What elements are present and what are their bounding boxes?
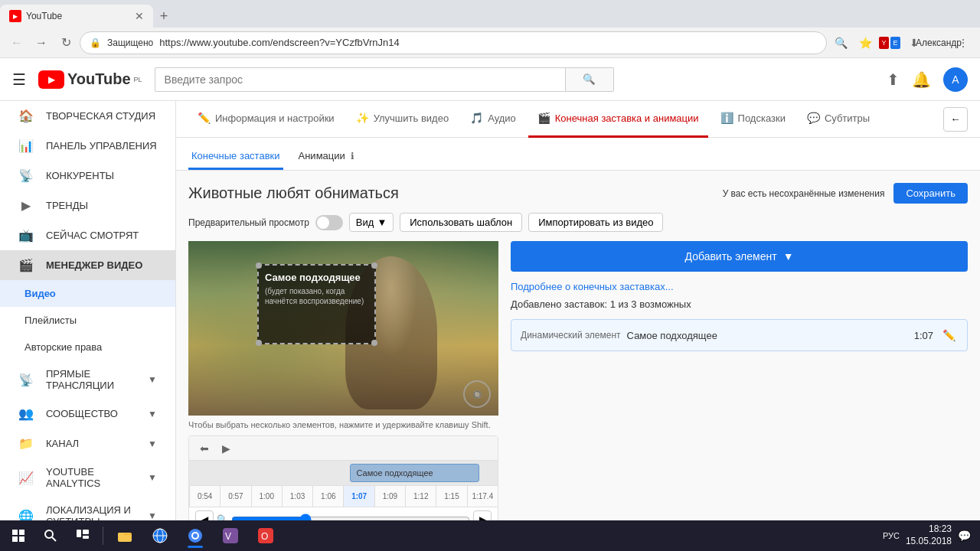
save-button[interactable]: Сохранить (893, 183, 968, 204)
sidebar-item-competitors[interactable]: 📡 КОНКУРЕНТЫ (0, 161, 175, 191)
tab-cards-label: Подсказки (738, 112, 786, 124)
refresh-button[interactable]: ↻ (55, 32, 77, 54)
menu-icon[interactable]: ⋮ (952, 32, 974, 54)
sidebar-item-channel[interactable]: 📁 КАНАЛ ▼ (0, 429, 175, 458)
taskbar-search-button[interactable] (35, 522, 66, 549)
tab-audio[interactable]: 🎵 Аудио (461, 101, 525, 138)
forward-button[interactable]: → (31, 32, 52, 54)
main-layout: 🏠 ТВОРЧЕСКАЯ СТУДИЯ 📊 ПАНЕЛЬ УПРАВЛЕНИЯ … (0, 101, 980, 551)
add-element-button[interactable]: Добавить элемент ▼ (511, 241, 968, 272)
tick-107[interactable]: 1:07 (343, 486, 374, 507)
sidebar-item-studio[interactable]: 🏠 ТВОРЧЕСКАЯ СТУДИЯ (0, 101, 175, 131)
taskbar-file-explorer[interactable] (108, 522, 142, 549)
timeline: ⬅ ▶ Самое подходящее 0:54 0:57 1:00 (188, 435, 498, 533)
security-icon: 🔒 (90, 37, 101, 48)
selection-hint: Чтобы выбрать несколько элементов, нажми… (188, 420, 498, 429)
svg-text:V: V (225, 531, 231, 542)
sidebar-item-analytics[interactable]: 📈 YOUTUBE ANALYTICS ▼ (0, 458, 175, 497)
watermark-logo: 🔘 (463, 380, 491, 408)
preview-toggle[interactable] (315, 215, 343, 230)
overlay-element-box[interactable]: Самое подходящее (будет показано, когда … (257, 264, 376, 344)
search-browser-icon[interactable]: 🔍 (830, 32, 851, 54)
tick-054: 0:54 (189, 486, 220, 507)
taskbar-browser[interactable] (143, 522, 177, 549)
taskbar-time-display: 18:23 (906, 523, 952, 536)
search-button[interactable]: 🔍 (565, 67, 614, 92)
timeline-play-button[interactable]: ▶ (217, 439, 235, 458)
sidebar-item-playlists[interactable]: Плейлисты (0, 307, 175, 334)
sidebar-item-copyright[interactable]: Авторские права (0, 334, 175, 360)
sidebar-label-videos: Видео (24, 288, 56, 299)
tab-close-button[interactable]: ✕ (135, 10, 144, 22)
upload-icon[interactable]: ⬆ (887, 70, 900, 89)
sidebar-label-channel: КАНАЛ (46, 438, 79, 449)
competitors-icon: 📡 (18, 168, 34, 183)
taskbar-separator-1 (103, 527, 103, 545)
taskbar-app-red[interactable]: O (249, 522, 283, 549)
sidebar-item-live[interactable]: 📡 ПРЯМЫЕ ТРАНСЛЯЦИИ ▼ (0, 360, 175, 399)
sidebar-label-trends: ТРЕНДЫ (46, 200, 88, 211)
resize-handle-bl[interactable] (256, 340, 262, 346)
sidebar-item-trends[interactable]: ▶ ТРЕНДЫ (0, 191, 175, 220)
overlay-subtitle: (будет показано, когда начнётся воспроиз… (265, 286, 368, 306)
svg-rect-0 (12, 530, 18, 535)
back-to-manager-button[interactable]: ← (943, 107, 968, 132)
tick-106: 1:06 (312, 486, 343, 507)
import-from-video-button[interactable]: Импортировать из видео (528, 213, 663, 232)
sidebar-item-watching[interactable]: 📺 СЕЙЧАС СМОТРЯТ (0, 220, 175, 250)
resize-handle-tr[interactable] (371, 262, 377, 269)
taskbar-chrome[interactable] (178, 522, 212, 549)
sidebar-label-video-manager: МЕНЕДЖЕР ВИДЕО (46, 259, 142, 271)
element-item: Динамический элемент Самое подходящее 1:… (511, 319, 968, 351)
element-type-label: Динамический элемент (521, 330, 621, 341)
timeline-ruler: 0:54 0:57 1:00 1:03 1:06 1:07 1:09 1:12 … (189, 485, 498, 507)
timeline-element[interactable]: Самое подходящее (350, 464, 479, 482)
address-bar[interactable]: 🔒 Защищено https://www.youtube.com/endsc… (80, 31, 827, 54)
extensions-icon[interactable]: Y E (879, 32, 900, 54)
user-avatar[interactable]: А (943, 67, 968, 92)
taskbar-task-view[interactable] (67, 522, 98, 549)
sidebar-item-community[interactable]: 👥 СООБЩЕСТВО ▼ (0, 399, 175, 429)
sub-tab-animations[interactable]: Анимации ℹ (296, 144, 358, 170)
element-edit-button[interactable]: ✏️ (939, 326, 958, 344)
taskbar-viber[interactable]: V (214, 522, 247, 549)
sidebar-item-dashboard[interactable]: 📊 ПАНЕЛЬ УПРАВЛЕНИЯ (0, 131, 175, 161)
use-template-button[interactable]: Использовать шаблон (400, 213, 522, 232)
tab-subtitles[interactable]: 💬 Субтитры (798, 101, 879, 138)
tab-info[interactable]: ✏️ Информация и настройки (188, 101, 344, 138)
more-info-link[interactable]: Подробнее о конечных заставках... (511, 281, 968, 292)
timeline-prev-button[interactable]: ⬅ (195, 439, 214, 458)
search-bar: 🔍 (155, 67, 614, 92)
back-button[interactable]: ← (6, 32, 28, 54)
resize-handle-tl[interactable] (256, 262, 262, 269)
sidebar-label-watching: СЕЙЧАС СМОТРЯТ (46, 230, 139, 241)
video-frame[interactable]: Самое подходящее (будет показано, когда … (188, 241, 498, 416)
view-dropdown[interactable]: Вид ▼ (349, 213, 394, 232)
channel-expand-icon: ▼ (148, 439, 157, 449)
active-tab[interactable]: YouTube ✕ (0, 5, 153, 28)
hamburger-menu-button[interactable]: ☰ (12, 70, 26, 89)
localization-expand-icon: ▼ (148, 510, 157, 521)
tab-info-label: Информация и настройки (215, 112, 335, 124)
resize-handle-br[interactable] (371, 340, 377, 346)
search-input[interactable] (155, 67, 565, 92)
taskbar-system-tray: РУС 18:23 15.05.2018 💬 (883, 523, 977, 547)
sidebar-item-video-manager[interactable]: 🎬 МЕНЕДЖЕР ВИДЕО (0, 250, 175, 280)
sub-tab-endscreens[interactable]: Конечные заставки (188, 144, 283, 170)
youtube-logo-icon (38, 70, 64, 89)
tab-endscreen[interactable]: 🎬 Конечная заставка и анимации (528, 101, 708, 138)
tab-cards[interactable]: ℹ️ Подсказки (711, 101, 795, 138)
taskbar-notification-icon[interactable]: 💬 (958, 530, 971, 542)
tab-improve[interactable]: ✨ Улучшить видео (347, 101, 459, 138)
youtube-logo[interactable]: YouTube PL (38, 70, 142, 89)
svg-rect-8 (83, 536, 89, 539)
live-icon: 📡 (18, 373, 34, 387)
new-tab-button[interactable]: + (153, 5, 175, 27)
sidebar-item-videos[interactable]: Видео (0, 280, 175, 307)
bookmark-icon[interactable]: ⭐ (854, 32, 876, 54)
windows-start-button[interactable] (3, 522, 34, 549)
notifications-icon[interactable]: 🔔 (912, 70, 931, 89)
elements-count: Добавлено заставок: 1 из 3 возможных (511, 298, 968, 310)
svg-line-5 (52, 537, 56, 541)
endscreen-tab-icon: 🎬 (537, 112, 550, 124)
